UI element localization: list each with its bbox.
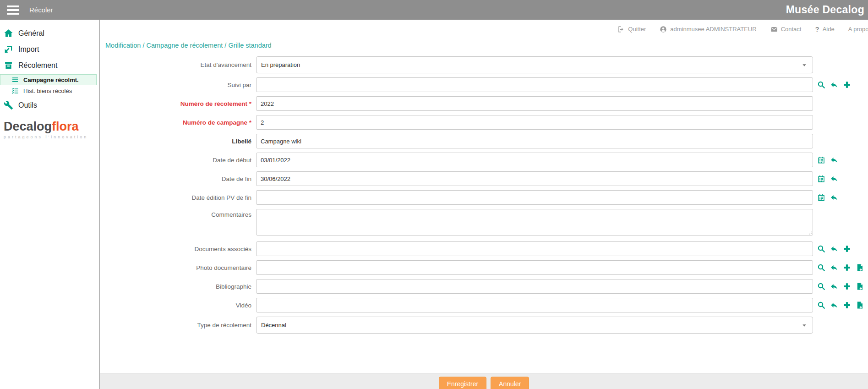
user-label: adminmusee ADMINSTRATEUR bbox=[670, 26, 756, 33]
sidebar-item-label: Général bbox=[18, 29, 44, 38]
breadcrumb: Modification / Campagne de récolement / … bbox=[105, 42, 272, 49]
field-label-commentaires: Commentaires bbox=[100, 209, 251, 218]
undo-icon[interactable] bbox=[830, 193, 838, 202]
undo-icon[interactable] bbox=[830, 156, 838, 164]
undo-icon[interactable] bbox=[830, 282, 838, 290]
search-icon[interactable] bbox=[817, 263, 825, 272]
sidebar-item-label: Outils bbox=[18, 101, 37, 110]
field-label-numero-recolement: Numéro de récolement * bbox=[100, 100, 251, 107]
field-label-suivi-par: Suivi par bbox=[100, 82, 251, 88]
undo-icon[interactable] bbox=[830, 263, 838, 272]
search-icon[interactable] bbox=[817, 81, 825, 89]
sidebar-item-import[interactable]: Import bbox=[0, 41, 99, 57]
field-label-type-recolement: Type de récolement bbox=[100, 322, 251, 329]
photo-documentaire-input[interactable] bbox=[256, 260, 813, 275]
menu-lines-icon bbox=[11, 76, 19, 83]
calendar-icon[interactable] bbox=[817, 156, 825, 164]
commentaires-textarea[interactable] bbox=[256, 209, 813, 236]
about-label: A propos bbox=[848, 26, 868, 33]
date-edition-pv-input[interactable] bbox=[256, 190, 813, 205]
suivi-par-input[interactable] bbox=[256, 77, 813, 92]
archive-box-icon bbox=[4, 60, 13, 70]
sidebar: Général Import Récolement Campagne récol… bbox=[0, 20, 100, 389]
help-link[interactable]: ? Aide bbox=[815, 25, 834, 33]
field-label-etat-avancement: Etat d'avancement bbox=[100, 61, 251, 68]
numero-campagne-input[interactable] bbox=[256, 115, 813, 130]
field-label-date-fin: Date de fin bbox=[100, 175, 251, 182]
field-label-date-debut: Date de début bbox=[100, 157, 251, 164]
contact-link[interactable]: Contact bbox=[770, 26, 802, 33]
add-icon[interactable] bbox=[843, 245, 851, 253]
calendar-icon[interactable] bbox=[817, 175, 825, 183]
sidebar-item-general[interactable]: Général bbox=[0, 25, 99, 41]
field-label-video: Vidéo bbox=[100, 302, 251, 309]
decalog-flora-logo: Decalogflora partageons l'innovation bbox=[4, 121, 99, 139]
sidebar-submenu: Campagne récolmt. Hist. biens récolés bbox=[0, 74, 97, 96]
undo-icon[interactable] bbox=[830, 245, 838, 253]
chevron-down-icon bbox=[801, 61, 808, 69]
sidebar-item-label: Import bbox=[18, 45, 39, 54]
sidebar-item-label: Hist. biens récolés bbox=[23, 88, 72, 94]
logo-brand-left: Decalog bbox=[4, 120, 52, 133]
sidebar-item-label: Campagne récolmt. bbox=[23, 77, 79, 83]
etat-avancement-select[interactable]: En préparation bbox=[256, 56, 813, 73]
logo-tagline: partageons l'innovation bbox=[4, 135, 99, 139]
contact-label: Contact bbox=[781, 26, 802, 33]
quit-link[interactable]: Quitter bbox=[617, 26, 646, 33]
question-icon: ? bbox=[815, 25, 819, 33]
search-icon[interactable] bbox=[817, 282, 825, 290]
checklist-icon bbox=[11, 87, 19, 94]
add-icon[interactable] bbox=[843, 81, 851, 89]
sidebar-item-label: Récolement bbox=[18, 61, 57, 70]
search-icon[interactable] bbox=[817, 245, 825, 253]
mail-icon bbox=[770, 26, 778, 33]
add-file-icon[interactable] bbox=[856, 263, 864, 272]
etat-avancement-value: En préparation bbox=[261, 61, 300, 68]
museum-brand-title: Musée Decalog bbox=[786, 4, 864, 16]
libelle-input[interactable] bbox=[256, 134, 813, 148]
import-icon bbox=[4, 44, 13, 54]
date-fin-input[interactable] bbox=[256, 171, 813, 186]
main-content: Quitter adminmusee ADMINSTRATEUR Contact… bbox=[100, 20, 868, 389]
type-recolement-select[interactable]: Décennal bbox=[256, 317, 813, 334]
quit-label: Quitter bbox=[628, 26, 646, 33]
logo-brand-right: flora bbox=[52, 120, 79, 133]
add-file-icon[interactable] bbox=[856, 301, 864, 309]
field-label-documents-associes: Documents associés bbox=[100, 246, 251, 252]
field-label-date-pv-fin: Date édition PV de fin bbox=[100, 194, 251, 201]
sidebar-item-campagne-recolement[interactable]: Campagne récolmt. bbox=[0, 74, 97, 85]
add-icon[interactable] bbox=[843, 263, 851, 272]
documents-associes-input[interactable] bbox=[256, 241, 813, 256]
about-link[interactable]: A propos bbox=[848, 26, 868, 33]
header-links: Quitter adminmusee ADMINSTRATEUR Contact… bbox=[617, 25, 868, 33]
bibliographie-input[interactable] bbox=[256, 279, 813, 294]
logout-icon bbox=[617, 26, 625, 33]
cancel-button[interactable]: Annuler bbox=[491, 377, 529, 389]
sidebar-item-outils[interactable]: Outils bbox=[0, 97, 99, 113]
help-label: Aide bbox=[823, 26, 835, 33]
top-bar: Récoler Musée Decalog bbox=[0, 0, 868, 20]
date-debut-input[interactable] bbox=[256, 153, 813, 167]
add-icon[interactable] bbox=[843, 301, 851, 309]
field-label-numero-campagne: Numéro de campagne * bbox=[100, 119, 251, 126]
undo-icon[interactable] bbox=[830, 81, 838, 89]
add-file-icon[interactable] bbox=[856, 282, 864, 290]
sidebar-item-hist-biens-recoles[interactable]: Hist. biens récolés bbox=[0, 85, 97, 96]
search-icon[interactable] bbox=[817, 301, 825, 309]
undo-icon[interactable] bbox=[830, 175, 838, 183]
undo-icon[interactable] bbox=[830, 301, 838, 309]
add-icon[interactable] bbox=[843, 282, 851, 290]
calendar-icon[interactable] bbox=[817, 193, 825, 202]
numero-recolement-input[interactable] bbox=[256, 96, 813, 111]
video-input[interactable] bbox=[256, 298, 813, 312]
hamburger-menu-icon[interactable] bbox=[7, 5, 19, 15]
campaign-form: Etat d'avancement En préparation Suivi p… bbox=[100, 56, 868, 338]
form-footer: Enregistrer Annuler bbox=[100, 373, 868, 389]
wrench-icon bbox=[4, 100, 13, 110]
user-icon bbox=[660, 26, 667, 33]
user-account-link[interactable]: adminmusee ADMINSTRATEUR bbox=[660, 26, 756, 33]
type-recolement-value: Décennal bbox=[261, 322, 286, 329]
save-button[interactable]: Enregistrer bbox=[439, 377, 486, 389]
chevron-down-icon bbox=[801, 322, 808, 329]
sidebar-item-recolement[interactable]: Récolement bbox=[0, 57, 99, 73]
